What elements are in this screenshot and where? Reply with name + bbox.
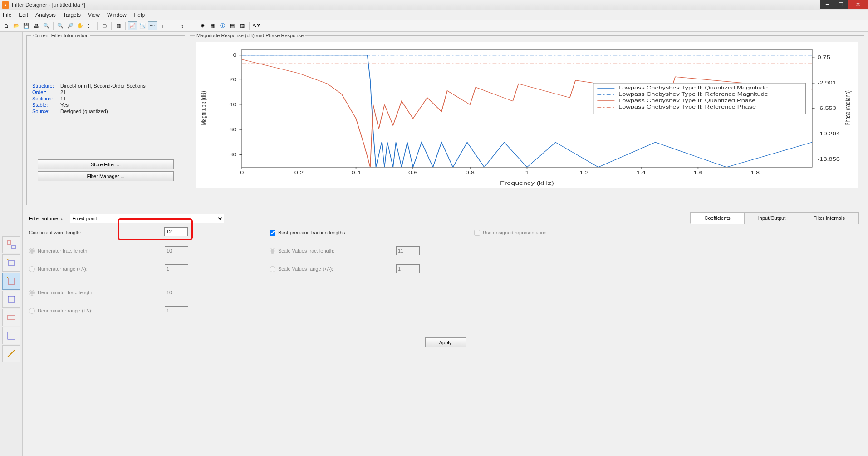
word-length-input[interactable]	[164, 227, 188, 236]
menu-view[interactable]: View	[88, 12, 100, 18]
stable-value: Yes	[60, 102, 69, 108]
source-value: Designed (quantized)	[60, 109, 108, 114]
close-button[interactable]: ✕	[848, 0, 868, 9]
structure-value: Direct-Form II, Second-Order Sections	[60, 83, 146, 89]
quantize-icon[interactable]	[2, 273, 20, 290]
transform-icon[interactable]	[2, 327, 20, 344]
svg-text:1.8: 1.8	[750, 170, 760, 175]
num-range-label: Numerator range (+/-):	[38, 266, 165, 272]
svg-rect-1	[12, 245, 15, 249]
num-frac-radio	[29, 248, 35, 254]
full-view-icon[interactable]: ▢	[100, 21, 109, 30]
menu-analysis[interactable]: Analysis	[35, 12, 56, 18]
svg-rect-3	[8, 278, 15, 284]
group-delay-icon[interactable]: ⫿	[158, 21, 167, 30]
svg-rect-2	[8, 261, 15, 265]
mag-resp-icon[interactable]: 📈	[128, 21, 137, 30]
info-icon[interactable]: ⓘ	[218, 21, 227, 30]
filter-info-panel: Current Filter Information Structure:Dir…	[26, 35, 185, 205]
svg-text:Magnitude (dB): Magnitude (dB)	[200, 91, 208, 125]
tab-filter-internals[interactable]: Filter Internals	[799, 212, 859, 224]
round-off-icon[interactable]: ▨	[238, 21, 247, 30]
order-value: 21	[60, 89, 66, 95]
menu-bar: File Edit Analysis Targets View Window H…	[0, 10, 868, 20]
restore-view-icon[interactable]: ⛶	[86, 21, 95, 30]
tab-input-output[interactable]: Input/Output	[744, 212, 800, 224]
app-icon: ▲	[2, 1, 9, 9]
store-filter-button[interactable]: Store Filter ...	[38, 159, 174, 169]
svg-text:-60: -60	[227, 127, 236, 132]
svg-text:0.6: 0.6	[408, 170, 417, 175]
zoom-out-icon[interactable]: 🔎	[66, 21, 75, 30]
quantization-panel: Filter arithmetic: Fixed-point Coefficie…	[23, 209, 868, 456]
import-filter-icon[interactable]	[2, 254, 20, 272]
open-icon[interactable]: 📂	[12, 21, 21, 30]
impulse-resp-icon[interactable]: ↕	[178, 21, 187, 30]
new-icon[interactable]: 🗋	[2, 21, 11, 30]
order-label: Order:	[32, 89, 60, 95]
pole-zero-icon[interactable]: ⊕	[198, 21, 207, 30]
mag-phase-icon[interactable]: 〰	[148, 21, 157, 30]
highlight-box	[118, 218, 193, 240]
sections-label: Sections:	[32, 96, 60, 101]
svg-text:-6.553: -6.553	[817, 106, 836, 111]
plot-panel: Magnitude Response (dB) and Phase Respon…	[190, 35, 864, 205]
svg-text:Phase (radians): Phase (radians)	[844, 90, 852, 126]
phase-resp-icon[interactable]: 📉	[138, 21, 147, 30]
filter-info-title: Current Filter Information	[31, 33, 90, 38]
phase-delay-icon[interactable]: ≡	[168, 21, 177, 30]
print-preview-icon[interactable]: 🔍	[42, 21, 51, 30]
title-bar: ▲ Filter Designer - [untitled.fda *] ━ ❐…	[0, 0, 868, 10]
svg-text:-2.901: -2.901	[817, 80, 836, 85]
sv-range-label: Scale Values range (+/-):	[278, 266, 396, 272]
arithmetic-label: Filter arithmetic:	[29, 216, 64, 221]
filter-specs-icon[interactable]: ▥	[114, 21, 123, 30]
design-filter-icon[interactable]	[2, 236, 20, 253]
svg-text:0.8: 0.8	[466, 170, 475, 175]
toolbar: 🗋 📂 💾 🖶 🔍 🔍 🔎 ✋ ⛶ ▢ ▥ 📈 📉 〰 ⫿ ≡ ↕ ⌐ ⊕ ▦ …	[0, 20, 868, 32]
minimize-button[interactable]: ━	[820, 0, 834, 9]
menu-file[interactable]: File	[3, 12, 11, 18]
plot-area: 00.20.40.60.811.21.41.61.80-20-40-60-800…	[196, 42, 858, 188]
structure-label: Structure:	[32, 83, 60, 89]
source-label: Source:	[32, 109, 60, 114]
svg-text:0.2: 0.2	[294, 170, 304, 175]
svg-text:0: 0	[240, 170, 244, 175]
set-quant-icon[interactable]	[2, 345, 20, 362]
plot-title: Magnitude Response (dB) and Phase Respon…	[195, 33, 305, 38]
zoom-in-icon[interactable]: 🔍	[56, 21, 65, 30]
svg-text:-20: -20	[227, 78, 236, 83]
den-frac-input	[165, 288, 188, 297]
multirate-icon[interactable]	[2, 309, 20, 326]
menu-targets[interactable]: Targets	[63, 12, 81, 18]
filter-manager-button[interactable]: Filter Manager ...	[38, 171, 174, 181]
best-precision-checkbox[interactable]	[270, 230, 275, 236]
svg-text:-10.204: -10.204	[817, 131, 840, 136]
pan-icon[interactable]: ✋	[76, 21, 85, 30]
step-resp-icon[interactable]: ⌐	[188, 21, 197, 30]
coef-icon[interactable]: ▦	[208, 21, 217, 30]
svg-text:Frequency (kHz): Frequency (kHz)	[500, 180, 554, 186]
sv-range-radio	[270, 266, 275, 272]
maximize-button[interactable]: ❐	[834, 0, 848, 9]
svg-text:Lowpass Chebyshev Type II: Ref: Lowpass Chebyshev Type II: Reference Pha…	[618, 104, 756, 109]
den-range-input	[165, 306, 188, 315]
mag-resp-est-icon[interactable]: ▤	[228, 21, 237, 30]
menu-help[interactable]: Help	[134, 12, 145, 18]
svg-text:Lowpass Chebyshev Type II: Qua: Lowpass Chebyshev Type II: Quantized Mag…	[618, 85, 768, 90]
num-range-radio	[29, 266, 35, 272]
save-icon[interactable]: 💾	[22, 21, 31, 30]
svg-text:1: 1	[525, 170, 529, 175]
apply-button[interactable]: Apply	[425, 337, 466, 347]
den-frac-radio	[29, 290, 35, 296]
menu-edit[interactable]: Edit	[19, 12, 28, 18]
print-icon[interactable]: 🖶	[32, 21, 41, 30]
help-icon[interactable]: ↖?	[252, 21, 261, 30]
menu-window[interactable]: Window	[107, 12, 127, 18]
num-range-input	[165, 264, 188, 273]
svg-rect-4	[8, 296, 15, 302]
realize-model-icon[interactable]	[2, 291, 20, 308]
den-range-label: Denominator range (+/-):	[38, 308, 165, 313]
svg-rect-6	[8, 332, 15, 339]
tab-coefficients[interactable]: Coefficients	[690, 212, 744, 224]
